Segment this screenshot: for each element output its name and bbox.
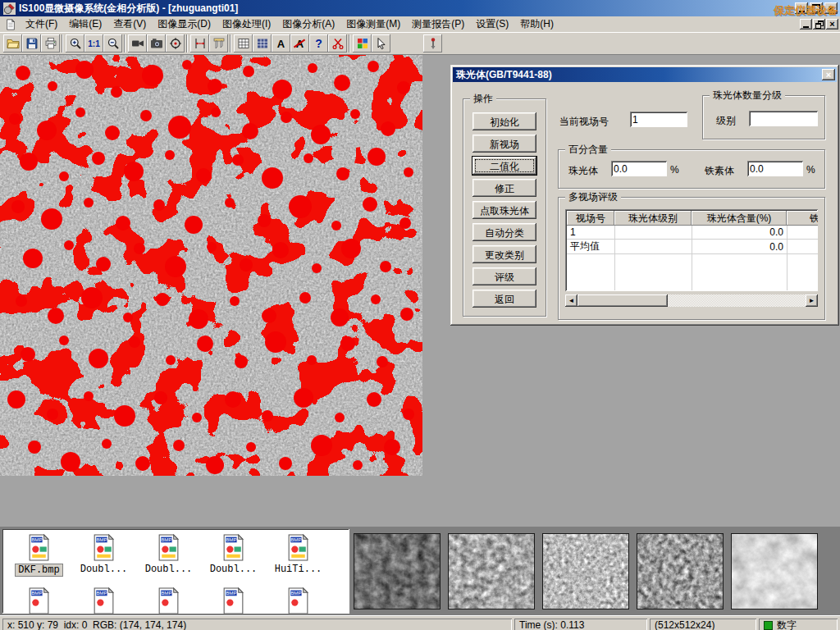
scrollbar-track[interactable] (578, 294, 806, 307)
return-button[interactable]: 返回 (472, 290, 536, 308)
grid-dark-button[interactable] (253, 34, 272, 52)
menu-file[interactable]: 文件(F) (20, 16, 63, 33)
capture-button[interactable] (166, 34, 185, 52)
col-field-number[interactable]: 视场号 (567, 211, 614, 226)
grade-button[interactable]: 评级 (472, 267, 536, 285)
thumbnail-3[interactable] (542, 533, 629, 609)
file-name[interactable]: Doubl... (144, 564, 194, 575)
menu-view[interactable]: 查看(V) (107, 16, 152, 33)
cut-button[interactable] (328, 34, 347, 52)
dialog-close-button[interactable]: × (822, 69, 835, 80)
ferrite-percent-input[interactable] (747, 161, 803, 176)
menu-image-measure[interactable]: 图像测量(M) (340, 16, 406, 33)
menu-settings[interactable]: 设置(S) (470, 16, 514, 33)
change-class-button[interactable]: 更改类别 (472, 245, 536, 263)
current-view-input[interactable] (630, 112, 687, 127)
col-pearlite-grade[interactable]: 珠光体级别 (614, 211, 692, 226)
colors-button[interactable] (353, 34, 372, 52)
menu-edit[interactable]: 编辑(E) (63, 16, 107, 33)
file-item[interactable]: BMP DKF.bmp (7, 534, 71, 577)
actual-size-button[interactable]: 1:1 (84, 34, 103, 52)
scroll-right-button[interactable]: ► (806, 294, 818, 307)
close-icon: × (829, 4, 833, 13)
grid-icon (237, 37, 250, 50)
app-icon[interactable] (3, 2, 16, 15)
caliper-button[interactable] (209, 34, 228, 52)
zoom-in-icon (69, 37, 82, 50)
zoom-out-icon (107, 37, 120, 50)
rating-table[interactable]: 视场号 珠光体级别 珠光体含量(%) 铁素 1 0.0 (565, 209, 818, 291)
file-item[interactable]: BMP (7, 587, 71, 614)
pointer-button[interactable] (372, 34, 390, 52)
thumbnail-1[interactable] (354, 533, 441, 609)
dialog-titlebar[interactable]: 珠光体(GB/T9441-88) × (453, 67, 837, 82)
correct-button[interactable]: 修正 (472, 179, 536, 197)
pearlite-percent-input[interactable] (611, 161, 667, 176)
menu-help[interactable]: 帮助(H) (514, 16, 559, 33)
capture-target-icon (169, 37, 182, 50)
menu-image-display[interactable]: 图像显示(D) (152, 16, 217, 33)
file-browser[interactable]: BMP DKF.bmp BMP Doubl... BMP Doubl... BM… (2, 528, 349, 614)
child-close-button[interactable]: × (826, 19, 838, 30)
thumbnail-4[interactable] (637, 533, 724, 609)
print-button[interactable] (41, 34, 60, 52)
scrollbar-thumb[interactable] (578, 294, 668, 307)
cell-ferrite (787, 226, 818, 240)
minimize-button[interactable] (795, 2, 808, 14)
video-button[interactable] (128, 34, 147, 52)
document-icon[interactable] (5, 19, 16, 30)
child-restore-button[interactable] (813, 19, 825, 30)
file-name[interactable]: HuiTi... (273, 564, 324, 575)
grade-level-input[interactable] (749, 111, 818, 126)
file-item[interactable]: BMP HuiTi... (266, 534, 331, 577)
auto-classify-button[interactable]: 自动分类 (472, 223, 536, 241)
thumbnail-2[interactable] (448, 533, 535, 609)
menu-image-processing[interactable]: 图像处理(I) (217, 16, 276, 33)
svg-text:BMP: BMP (226, 536, 236, 542)
ferrite-label: 铁素体 (705, 164, 734, 178)
table-row[interactable]: 平均值 0.0 (567, 240, 818, 254)
zoom-out-button[interactable] (103, 34, 122, 52)
menu-report[interactable]: 测量报告(P) (406, 16, 470, 33)
file-item[interactable]: BMP (201, 587, 266, 614)
micrograph-canvas[interactable] (0, 55, 422, 476)
close-button[interactable]: × (824, 2, 838, 14)
new-field-button[interactable]: 新视场 (472, 135, 536, 153)
col-pearlite-content[interactable]: 珠光体含量(%) (692, 211, 787, 226)
init-button[interactable]: 初始化 (472, 112, 536, 130)
percent-group: 百分含量 珠光体 % 铁素体 % (558, 149, 825, 189)
help-button[interactable]: ? (309, 34, 328, 52)
open-button[interactable] (3, 34, 22, 52)
file-name[interactable]: Doubl... (208, 564, 259, 575)
grid-button[interactable] (234, 34, 253, 52)
col-ferrite[interactable]: 铁素 (787, 211, 818, 226)
measure-button[interactable] (190, 34, 209, 52)
table-hscrollbar[interactable]: ◄ ► (565, 294, 818, 307)
file-item[interactable]: BMP (136, 587, 201, 614)
file-item[interactable]: BMP (266, 587, 331, 614)
bmp-file-icon: BMP (285, 534, 312, 561)
pin-button[interactable] (423, 34, 442, 52)
file-item[interactable]: BMP (71, 587, 136, 614)
save-button[interactable] (22, 34, 41, 52)
file-name[interactable]: Doubl... (79, 564, 130, 575)
colors-icon (356, 37, 369, 50)
font-button[interactable]: A (272, 34, 290, 52)
child-minimize-button[interactable] (800, 19, 812, 30)
toolbar-separator (228, 34, 234, 52)
maximize-button[interactable] (810, 2, 823, 14)
zoom-in-button[interactable] (66, 34, 84, 52)
camera-button[interactable] (147, 34, 166, 52)
table-row[interactable]: 1 0.0 (567, 226, 818, 240)
file-name[interactable]: DKF.bmp (15, 564, 62, 577)
file-item[interactable]: BMP Doubl... (71, 534, 136, 577)
file-item[interactable]: BMP Doubl... (136, 534, 201, 577)
pick-pearlite-button[interactable]: 点取珠光体 (472, 201, 536, 219)
binarize-button[interactable]: 二值化 (472, 157, 536, 175)
thumbnail-5[interactable] (731, 533, 818, 609)
font-delete-button[interactable]: A (290, 34, 309, 52)
scroll-left-button[interactable]: ◄ (565, 294, 578, 307)
status-mode: 数字 (759, 619, 838, 630)
file-item[interactable]: BMP Doubl... (201, 534, 266, 577)
menu-image-analysis[interactable]: 图像分析(A) (276, 16, 340, 33)
